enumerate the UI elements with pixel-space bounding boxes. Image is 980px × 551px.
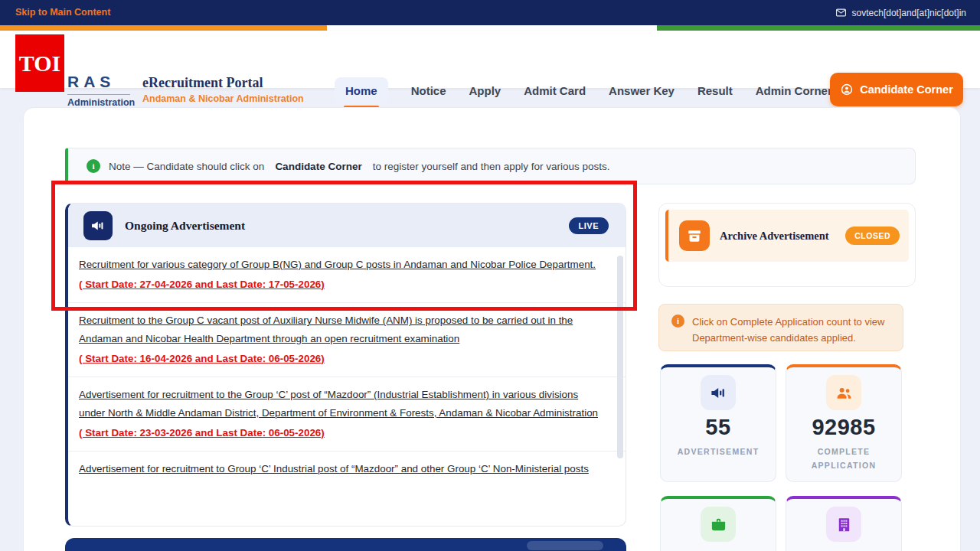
logo-divider	[67, 94, 130, 95]
stat-card-2: 92985 COMPLETE APPLICATION	[786, 364, 902, 482]
next-section-header	[65, 538, 626, 551]
archive-advertisement-header: Archive Advertisement CLOSED	[665, 210, 909, 262]
flag-stripe-white	[327, 25, 657, 31]
advertisement-dates[interactable]: ( Start Date: 27-04-2026 and Last Date: …	[79, 277, 603, 292]
advertisement-list: Recruitment for various category of Grou…	[68, 247, 626, 488]
nav-notice[interactable]: Notice	[411, 84, 446, 97]
stat-value: 31	[786, 546, 901, 551]
page: Skip to Main Content sovtech[dot]and[at]…	[0, 0, 980, 551]
note-suffix: to register yourself and then apply for …	[373, 161, 610, 172]
advertisement-link[interactable]: Recruitment to the Group C vacant post o…	[68, 303, 626, 377]
user-circle-icon	[840, 83, 854, 96]
nav-home[interactable]: Home	[335, 77, 388, 104]
skip-to-main-content-link[interactable]: Skip to Main Content	[15, 0, 110, 25]
building-icon	[826, 507, 861, 542]
nav-admin-corner[interactable]: Admin Corner	[756, 84, 832, 97]
stat-label: COMPLETE APPLICATION	[797, 445, 890, 472]
people-icon	[826, 375, 861, 410]
tip-box: i Click on Complete Application count to…	[658, 304, 903, 351]
advertisement-link[interactable]: Advertisement for recruitment to Group ‘…	[68, 452, 626, 488]
note-highlight: Candidate Corner	[275, 161, 361, 172]
logo-text-secondary: Administration	[67, 97, 135, 108]
advertisement-link[interactable]: Recruitment for various category of Grou…	[68, 247, 626, 303]
stat-value: 106	[661, 546, 776, 551]
ongoing-advertisement-title: Ongoing Advertisement	[125, 219, 245, 233]
tip-line1: Click on Complete Application count to v…	[692, 316, 884, 328]
archive-advertisement-card: Archive Advertisement CLOSED	[658, 203, 916, 287]
stat-card-3: 106	[660, 496, 776, 551]
complete-application-count[interactable]: 92985	[786, 415, 901, 440]
stat-card-1: 55 ADVERTISEMENT	[660, 364, 776, 482]
tip-text: Click on Complete Application count to v…	[692, 314, 884, 350]
ongoing-advertisement-card: Ongoing Advertisement LIVE Recruitment f…	[65, 203, 626, 527]
megaphone-icon	[83, 211, 113, 240]
note-prefix: Note — Candidate should click on	[109, 161, 264, 172]
nav-answer-key[interactable]: Answer Key	[609, 84, 675, 97]
candidate-corner-label: Candidate Corner	[860, 83, 953, 96]
email-text: sovtech[dot]and[at]nic[dot]in	[852, 8, 966, 18]
site-header: RAS Administration eRecruitment Portal A…	[0, 31, 980, 88]
advertisement-title[interactable]: Advertisement for recruitment to the Gro…	[79, 386, 603, 422]
page-subtitle: Andaman & Nicobar Administration	[142, 93, 304, 104]
toi-watermark: TOI	[15, 34, 64, 92]
archive-box-icon	[679, 220, 710, 251]
advertisement-link[interactable]: Advertisement for recruitment to the Gro…	[68, 377, 626, 452]
live-badge: LIVE	[569, 217, 609, 234]
nav-apply[interactable]: Apply	[469, 84, 501, 97]
advertisement-title[interactable]: Recruitment for various category of Grou…	[79, 256, 603, 274]
flag-stripe-saffron	[0, 25, 327, 31]
megaphone-icon	[701, 375, 736, 410]
advertisement-title[interactable]: Advertisement for recruitment to Group ‘…	[79, 460, 603, 478]
candidate-corner-button[interactable]: Candidate Corner	[830, 73, 963, 106]
advertisement-count: 55	[661, 415, 776, 440]
logo-text-primary: RAS	[67, 73, 135, 91]
info-icon: i	[87, 159, 100, 173]
envelope-icon	[835, 7, 847, 18]
info-icon: i	[671, 315, 684, 328]
stat-card-4: 31	[786, 496, 902, 551]
ongoing-advertisement-header: Ongoing Advertisement LIVE	[68, 204, 626, 247]
nav-admit-card[interactable]: Admit Card	[524, 84, 586, 97]
archive-advertisement-title: Archive Advertisement	[720, 230, 829, 243]
note-banner: i Note — Candidate should click on Candi…	[65, 148, 916, 184]
list-scrollbar[interactable]	[617, 256, 623, 458]
tip-line2: Department-wise candidates applied.	[692, 332, 856, 344]
stat-label: ADVERTISEMENT	[671, 445, 765, 458]
briefcase-icon	[701, 507, 736, 542]
next-section-badge	[527, 541, 603, 550]
advertisement-title[interactable]: Recruitment to the Group C vacant post o…	[79, 311, 603, 348]
advertisement-dates[interactable]: ( Start Date: 23-03-2026 and Last Date: …	[79, 425, 603, 441]
site-logo: RAS Administration	[67, 73, 135, 108]
closed-badge: CLOSED	[845, 227, 900, 245]
advertisement-dates[interactable]: ( Start Date: 16-04-2026 and Last Date: …	[79, 351, 603, 367]
contact-email[interactable]: sovtech[dot]and[at]nic[dot]in	[835, 0, 966, 25]
flag-stripe	[0, 25, 980, 31]
topbar: Skip to Main Content sovtech[dot]and[at]…	[0, 0, 980, 25]
flag-stripe-green	[657, 25, 980, 31]
main-nav: Home Notice Apply Admit Card Answer Key …	[335, 73, 832, 108]
page-title: eRecruitment Portal	[142, 75, 263, 91]
nav-result[interactable]: Result	[697, 84, 733, 97]
